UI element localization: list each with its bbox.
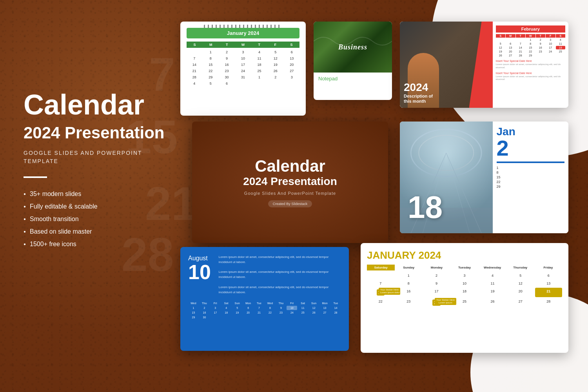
slide-february: 2024 Description ofthis month February S… — [400, 22, 568, 108]
feb-insert-text-1: Insert Your Special Date Here — [496, 60, 566, 62]
created-badge: Created By Slidestack — [268, 200, 312, 207]
jan18-row: 8 — [497, 170, 565, 175]
jan2024-day-21: 21 — [535, 288, 562, 297]
jan2024-header: Saturday Sunday Monday Tuesday Wednesday… — [367, 265, 562, 270]
aug-cal-grid: WedThuFriSatSunMonTueWedThuFriSatSunMonT… — [188, 301, 341, 319]
main-cal-tagline: Google Slides And PowerPoint Template — [244, 191, 336, 196]
main-subtitle: 2024 Presentation — [24, 124, 192, 142]
notepad-label: Notepad — [314, 73, 392, 85]
feb-photo: 2024 Description ofthis month — [400, 22, 493, 108]
slide-january-2024: JANUARY 2024 Saturday Sunday Monday Tues… — [361, 243, 568, 353]
jan18-year-partial: 2 — [497, 137, 565, 159]
feb-year-text: 2024 Description ofthis month — [404, 81, 433, 104]
feb-insert-text-2: Insert Your Special Date Here — [496, 72, 566, 74]
feb-photo-area: 2024 Description ofthis month — [400, 22, 493, 108]
feb-calendar-area: February SMTWTFS 1234 567891011 12131415… — [493, 22, 569, 108]
jan-calendar-grid: 1234567891011121314151617181920212223242… — [187, 49, 299, 86]
jan2024-title: JANUARY 2024 — [367, 249, 562, 261]
notepad-image: Business — [314, 22, 392, 73]
aug-day: 10 — [188, 262, 211, 282]
feb-insert-desc-2: Lorem ipsum dolor sit amet, consectetur … — [496, 75, 566, 82]
feature-4: Based on slide master — [24, 228, 192, 235]
slide-notepad: Business Notepad — [314, 22, 392, 100]
slide-january-calendar: January 2024 SMTWTFS 1234567891011121314… — [180, 22, 306, 116]
main-title-line1: Calendar — [24, 90, 192, 120]
feb-desc: Description ofthis month — [404, 94, 433, 104]
slide-august: August 10 Lorem ipsum dolor sit amet, co… — [180, 247, 349, 351]
aug-lorem-text: Lorem ipsum dolor sit amet, consectetur … — [219, 255, 341, 295]
feature-1: 35+ modern slides — [24, 191, 192, 198]
jan18-photo: 18 — [400, 122, 493, 233]
jan-calendar-header: January 2024 — [187, 28, 299, 38]
feb-insert-desc-1: Lorem ipsum dolor sit amet, consectetur … — [496, 63, 566, 69]
jan18-row: 29 — [497, 184, 565, 189]
features-list: 35+ modern slides Fully editable & scala… — [24, 191, 192, 248]
main-cal-subtitle: 2024 Presentation — [243, 175, 337, 188]
slide-jan18: 18 Jan 2 1 8 15 22 29 — [400, 122, 568, 233]
slide-main-calendar: Calendar 2024 Presentation Google Slides… — [192, 122, 388, 243]
left-content: Calendar 2024 Presentation Google Slides… — [24, 90, 192, 253]
jan18-row: 15 — [497, 175, 565, 180]
aug-date: August 10 — [188, 255, 211, 295]
jan2024-tooltip-24: Your Sticker HereLorem ipsum — [435, 298, 456, 305]
jan18-day-number: 18 — [408, 189, 443, 225]
jan-weekdays: SMTWTFS — [187, 42, 299, 48]
divider — [24, 176, 47, 178]
jan2024-body: 123456 78910111213 15 Your Sticker HereL… — [367, 272, 562, 307]
feature-3: Smooth transition — [24, 216, 192, 223]
feb-cal-grid: SMTWTFS 1234 567891011 12131415161718 19… — [496, 34, 566, 57]
main-cal-title: Calendar — [255, 157, 325, 175]
jan18-mini-cal: 1 8 15 22 29 — [497, 165, 565, 189]
jan18-blue-bar — [497, 162, 565, 163]
feb-month-title: February — [496, 25, 566, 33]
feature-5: 1500+ free icons — [24, 241, 192, 248]
jan18-right-panel: Jan 2 1 8 15 22 29 — [493, 122, 569, 233]
jan2024-tooltip-15: Your Sticker HereLorem ipsum dolor — [379, 288, 400, 295]
feature-2: Fully editable & scalable — [24, 203, 192, 210]
jan18-row: 22 — [497, 180, 565, 184]
jan18-row: 1 — [497, 165, 565, 170]
aug-top-section: August 10 Lorem ipsum dolor sit amet, co… — [188, 255, 341, 295]
tagline: Google Slides And PowerpointTemplate — [24, 149, 192, 165]
feb-red-shape — [469, 22, 493, 108]
